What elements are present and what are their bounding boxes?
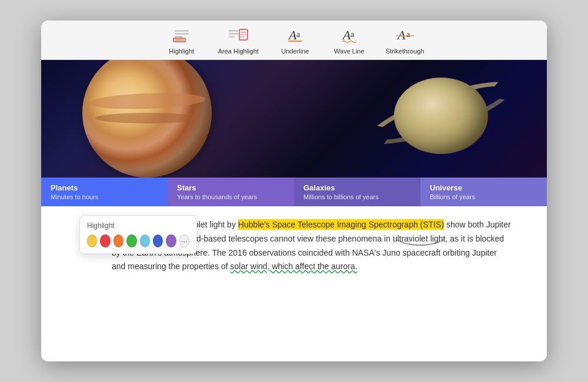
highlight-tool[interactable]: Highlight (164, 26, 199, 55)
svg-text:a: a (350, 30, 355, 39)
jupiter-planet (82, 60, 212, 177)
category-stars-title: Stars (177, 183, 285, 192)
swatch-orange[interactable] (113, 234, 123, 247)
category-stars-subtitle: Years to thousands of years (177, 193, 285, 200)
underline-icon: A a (285, 26, 306, 45)
area-highlight-label: Area Highlight (218, 48, 259, 55)
swatch-yellow[interactable] (87, 234, 97, 247)
category-universe-subtitle: Billions of years (430, 193, 537, 200)
swatch-green[interactable] (126, 234, 136, 247)
highlight-icon (171, 26, 192, 45)
category-universe-title: Universe (430, 183, 537, 192)
category-planets: Planets Minutes to hours (41, 177, 168, 206)
wave-line-icon: A a (339, 26, 360, 45)
area-highlight-icon (228, 26, 249, 45)
svg-rect-9 (240, 32, 246, 33)
main-window: Highlight Area Highlight A (41, 21, 547, 361)
image-section (41, 60, 547, 177)
swatch-red[interactable] (100, 234, 110, 247)
category-planets-title: Planets (51, 183, 158, 192)
svg-text:A: A (342, 28, 351, 42)
underline-label: Underline (281, 48, 309, 55)
svg-rect-5 (229, 30, 238, 32)
category-planets-subtitle: Minutes to hours (51, 193, 158, 200)
saturn-container (347, 66, 523, 177)
svg-text:A: A (396, 28, 406, 42)
category-stars: Stars Years to thousands of years (168, 177, 294, 206)
category-galaxies-title: Galaxies (303, 183, 411, 192)
more-colors-button[interactable]: ··· (179, 234, 189, 247)
svg-rect-4 (175, 39, 184, 41)
category-galaxies: Galaxies Millions to billions of years (294, 177, 420, 206)
wave-line-label: Wave Line (334, 48, 365, 55)
toolbar: Highlight Area Highlight A (41, 21, 547, 60)
strikethrough-icon: A a (395, 26, 416, 45)
svg-rect-2 (175, 36, 183, 38)
svg-text:a: a (296, 30, 300, 39)
wave-line-tool[interactable]: A a Wave Line (332, 26, 367, 55)
highlighted-text[interactable]: Hubble's Space Telescope Imaging Spectro… (238, 219, 444, 230)
svg-rect-6 (229, 33, 238, 35)
svg-rect-1 (175, 33, 189, 35)
strikethrough-tool[interactable]: A a Strikethrough (386, 26, 424, 55)
swatch-purple[interactable] (166, 234, 176, 247)
saturn-body (394, 78, 488, 154)
content-area: Planets Minutes to hours Stars Years to … (41, 60, 547, 361)
svg-text:A: A (288, 28, 297, 42)
categories-bar: Planets Minutes to hours Stars Years to … (41, 177, 547, 206)
swatch-blue[interactable] (153, 234, 163, 247)
swatch-light-blue[interactable] (140, 234, 150, 247)
svg-rect-7 (229, 36, 235, 38)
svg-rect-10 (240, 34, 246, 35)
text-section: Highlight ··· Images taken in ultraviole… (41, 206, 547, 286)
category-universe: Universe Billions of years (420, 177, 547, 206)
circled-text: ultraviolet light, (393, 234, 447, 246)
area-highlight-tool[interactable]: Area Highlight (218, 26, 259, 55)
svg-rect-0 (175, 30, 189, 32)
underline-tool[interactable]: A a Underline (278, 26, 313, 55)
category-galaxies-subtitle: Millions to billions of years (303, 193, 411, 200)
color-swatches: ··· (87, 234, 189, 247)
highlight-popup: Highlight ··· (79, 215, 197, 254)
svg-text:a: a (406, 30, 410, 39)
wave-text: solar wind, which affect the aurora. (230, 262, 358, 271)
strikethrough-label: Strikethrough (386, 48, 424, 55)
highlight-label: Highlight (169, 48, 194, 55)
svg-rect-11 (240, 36, 244, 38)
popup-title: Highlight (87, 222, 189, 230)
